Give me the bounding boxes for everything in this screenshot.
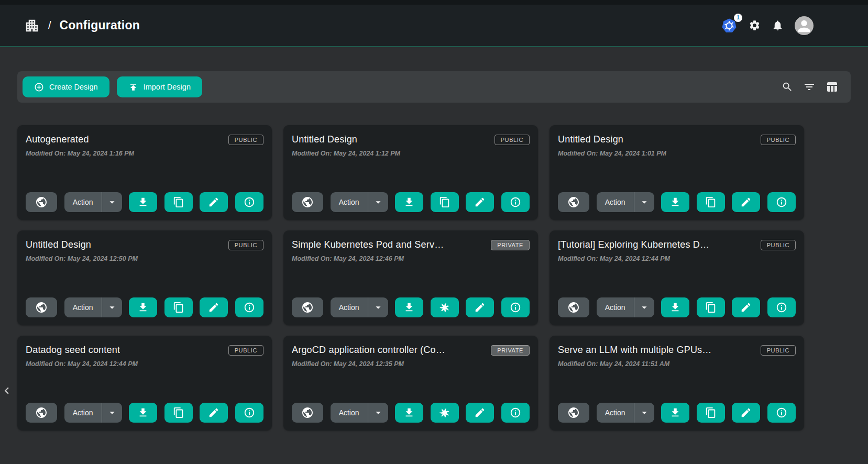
- info-button[interactable]: [501, 192, 530, 212]
- download-button[interactable]: [395, 403, 423, 423]
- card-actions-row: Action: [292, 297, 530, 317]
- design-title: Simple Kubernetes Pod and Serv…: [292, 239, 444, 250]
- action-button[interactable]: Action: [597, 192, 634, 212]
- download-button[interactable]: [129, 192, 157, 212]
- clone-button[interactable]: [697, 297, 725, 317]
- globe-icon: [301, 406, 314, 419]
- clone-button[interactable]: [431, 297, 459, 317]
- copy-icon: [705, 407, 717, 418]
- modified-on-text: Modified On: May 24, 2024 12:35 PM: [292, 360, 530, 368]
- card-actions-row: Action: [26, 297, 263, 317]
- action-dropdown-button[interactable]: [634, 192, 654, 212]
- search-button[interactable]: [782, 81, 793, 93]
- visibility-globe-button[interactable]: [558, 297, 589, 317]
- kubernetes-context-button[interactable]: 1: [721, 17, 738, 34]
- download-button[interactable]: [129, 403, 157, 423]
- action-button[interactable]: Action: [64, 192, 102, 212]
- card-actions-row: Action: [558, 192, 796, 212]
- edit-icon: [474, 196, 486, 208]
- edit-button[interactable]: [732, 297, 760, 317]
- action-button[interactable]: Action: [331, 403, 368, 423]
- edit-button[interactable]: [466, 403, 494, 423]
- design-title: [Tutorial] Exploring Kubernetes D…: [558, 239, 709, 250]
- info-button[interactable]: [501, 297, 530, 317]
- copy-icon: [439, 196, 451, 208]
- action-button[interactable]: Action: [64, 403, 102, 423]
- user-avatar[interactable]: [795, 16, 814, 35]
- download-button[interactable]: [395, 192, 423, 212]
- edit-button[interactable]: [466, 297, 494, 317]
- settings-button[interactable]: [749, 19, 761, 31]
- design-card: Serve an LLM with multiple GPUs… PUBLIC …: [550, 336, 804, 430]
- breadcrumb: / Configuration: [24, 18, 140, 34]
- visibility-globe-button[interactable]: [292, 297, 323, 317]
- action-split-button: Action: [331, 192, 388, 212]
- clone-button[interactable]: [697, 403, 725, 423]
- action-dropdown-button[interactable]: [102, 192, 122, 212]
- info-button[interactable]: [501, 403, 530, 423]
- action-dropdown-button[interactable]: [368, 297, 388, 317]
- action-dropdown-button[interactable]: [102, 403, 122, 423]
- action-button[interactable]: Action: [331, 297, 368, 317]
- building-icon[interactable]: [24, 18, 40, 34]
- download-button[interactable]: [661, 403, 689, 423]
- visibility-globe-button[interactable]: [558, 403, 589, 423]
- download-button[interactable]: [129, 297, 157, 317]
- edit-button[interactable]: [466, 192, 494, 212]
- clone-button[interactable]: [164, 192, 193, 212]
- edit-button[interactable]: [732, 192, 760, 212]
- info-button[interactable]: [767, 192, 796, 212]
- action-dropdown-button[interactable]: [368, 192, 388, 212]
- download-button[interactable]: [661, 192, 689, 212]
- action-dropdown-button[interactable]: [634, 403, 654, 423]
- clone-button[interactable]: [164, 297, 193, 317]
- import-design-button[interactable]: Import Design: [117, 76, 202, 97]
- visibility-globe-button[interactable]: [26, 192, 57, 212]
- filter-button[interactable]: [803, 81, 816, 93]
- info-icon: [510, 302, 521, 313]
- action-button[interactable]: Action: [597, 297, 634, 317]
- info-button[interactable]: [767, 297, 796, 317]
- info-button[interactable]: [235, 403, 263, 423]
- caret-down-icon: [639, 302, 650, 313]
- visibility-globe-button[interactable]: [26, 297, 57, 317]
- clone-button[interactable]: [164, 403, 193, 423]
- card-actions-row: Action: [558, 297, 796, 317]
- info-button[interactable]: [235, 192, 263, 212]
- info-button[interactable]: [767, 403, 796, 423]
- download-button[interactable]: [661, 297, 689, 317]
- action-button[interactable]: Action: [64, 297, 102, 317]
- card-actions-row: Action: [292, 192, 530, 212]
- visibility-badge: PRIVATE: [491, 345, 530, 356]
- create-design-button[interactable]: Create Design: [23, 76, 109, 97]
- edit-button[interactable]: [200, 192, 228, 212]
- action-button[interactable]: Action: [597, 403, 634, 423]
- table-view-button[interactable]: [826, 81, 838, 93]
- clone-button[interactable]: [431, 403, 459, 423]
- action-button-label: Action: [73, 198, 93, 206]
- card-header-row: Untitled Design PUBLIC: [292, 134, 530, 145]
- download-button[interactable]: [395, 297, 423, 317]
- edit-icon: [474, 302, 486, 313]
- visibility-badge: PUBLIC: [495, 135, 530, 145]
- action-dropdown-button[interactable]: [634, 297, 654, 317]
- action-button-label: Action: [339, 408, 359, 417]
- design-title: ArgoCD application controller (Co…: [292, 345, 445, 356]
- info-button[interactable]: [235, 297, 263, 317]
- clone-button[interactable]: [697, 192, 725, 212]
- edit-button[interactable]: [732, 403, 760, 423]
- drawer-collapse-handle[interactable]: [0, 384, 14, 397]
- edit-button[interactable]: [200, 297, 228, 317]
- edit-button[interactable]: [200, 403, 228, 423]
- visibility-globe-button[interactable]: [558, 192, 589, 212]
- notifications-button[interactable]: [772, 19, 784, 31]
- action-dropdown-button[interactable]: [368, 403, 388, 423]
- action-dropdown-button[interactable]: [102, 297, 122, 317]
- clone-button[interactable]: [431, 192, 459, 212]
- visibility-globe-button[interactable]: [292, 192, 323, 212]
- action-button[interactable]: Action: [331, 192, 368, 212]
- action-split-button: Action: [64, 403, 122, 423]
- visibility-globe-button[interactable]: [292, 403, 323, 423]
- visibility-globe-button[interactable]: [26, 403, 57, 423]
- design-card: Datadog seed content PUBLIC Modified On:…: [17, 336, 272, 430]
